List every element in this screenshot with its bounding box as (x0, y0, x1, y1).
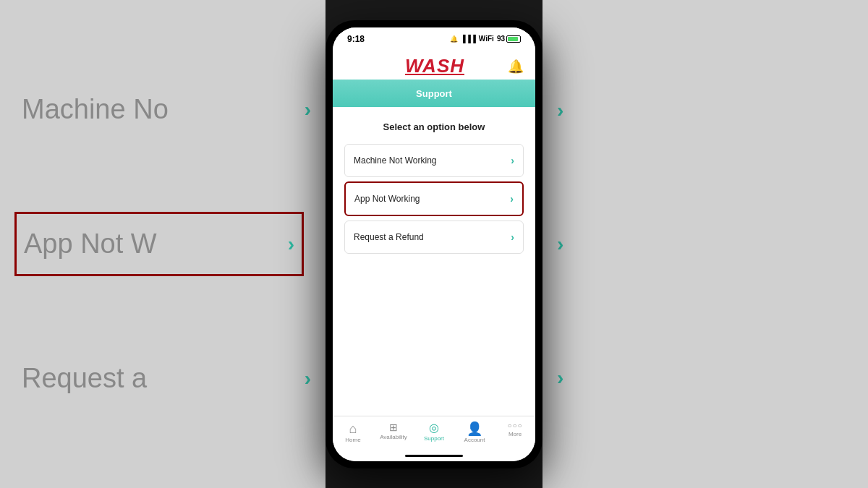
support-banner: Support (333, 80, 535, 107)
battery-icon: 93 (497, 35, 521, 43)
select-prompt: Select an option below (344, 121, 524, 132)
bg-right-chevron-1: › (557, 99, 563, 122)
wash-logo: WASH (405, 55, 464, 77)
support-icon: ◎ (429, 422, 439, 434)
signal-icon: ▐▐▐ (461, 35, 476, 43)
home-bar (405, 455, 463, 457)
home-indicator (333, 452, 535, 461)
nav-label-support: Support (424, 435, 444, 442)
nav-label-home: Home (345, 437, 360, 443)
screen-wrapper: Machine No › App Not W › Request a › › ›… (0, 0, 868, 488)
bg-item-app: App Not W › (14, 212, 304, 276)
bg-right-chevron-3: › (557, 367, 563, 390)
bg-chevron-app: › (288, 233, 294, 256)
status-icons: 🔔 ▐▐▐ WiFi 93 (450, 35, 521, 43)
status-bar: 9:18 🔔 ▐▐▐ WiFi 93 (333, 27, 535, 48)
status-time: 9:18 (347, 34, 365, 44)
bg-chevron-machine: › (305, 98, 311, 121)
main-content: Select an option below Machine Not Worki… (333, 107, 535, 416)
bg-right-item-1: › (557, 85, 846, 137)
nav-item-more[interactable]: ○○○ More (499, 422, 531, 437)
support-label: Support (416, 88, 452, 99)
menu-item-refund[interactable]: Request a Refund › (344, 221, 524, 254)
account-icon: 👤 (467, 422, 482, 435)
bg-right-item-2: › (557, 218, 846, 270)
menu-item-app-label: App Not Working (354, 194, 420, 204)
bg-right-chevron-2: › (557, 233, 563, 256)
wifi-icon: WiFi (479, 35, 494, 43)
app-header: WASH 🔔 (333, 48, 535, 80)
phone-frame: 9:18 🔔 ▐▐▐ WiFi 93 WASH 🔔 (326, 20, 542, 468)
bottom-nav: ⌂ Home ⊞ Availability ◎ Support 👤 Accoun… (333, 416, 535, 452)
nav-item-support[interactable]: ◎ Support (418, 422, 450, 442)
background-right: › › › (542, 0, 868, 488)
washer-icon: ⊞ (389, 422, 398, 432)
bg-text-refund: Request a (22, 363, 147, 394)
bg-item-refund: Request a › (22, 348, 311, 408)
battery-percent: 93 (497, 35, 505, 43)
background-left: Machine No › App Not W › Request a › (0, 0, 326, 488)
phone-screen: 9:18 🔔 ▐▐▐ WiFi 93 WASH 🔔 (333, 27, 535, 461)
menu-item-machine[interactable]: Machine Not Working › (344, 144, 524, 177)
menu-item-refund-label: Request a Refund (354, 232, 424, 242)
bell-status-icon: 🔔 (450, 35, 458, 43)
bg-chevron-refund: › (305, 367, 311, 390)
bg-item-machine: Machine No › (22, 80, 311, 140)
menu-chevron-refund: › (511, 231, 514, 243)
menu-chevron-app: › (510, 193, 514, 205)
battery-fill (508, 37, 518, 41)
bg-right-item-3: › (557, 352, 846, 404)
nav-item-availability[interactable]: ⊞ Availability (378, 422, 409, 440)
home-icon: ⌂ (349, 422, 357, 435)
bg-text-app: App Not W (24, 228, 157, 260)
nav-item-home[interactable]: ⌂ Home (337, 422, 369, 443)
bg-text-machine: Machine No (22, 94, 169, 125)
nav-label-availability: Availability (380, 434, 407, 440)
notification-bell-icon[interactable]: 🔔 (508, 59, 524, 74)
nav-label-account: Account (464, 437, 485, 443)
nav-item-account[interactable]: 👤 Account (459, 422, 490, 443)
menu-chevron-machine: › (511, 155, 514, 166)
nav-label-more: More (509, 431, 522, 437)
menu-item-machine-label: Machine Not Working (354, 155, 437, 166)
menu-item-app[interactable]: App Not Working › (344, 181, 524, 216)
battery-box (506, 35, 521, 43)
more-icon: ○○○ (507, 422, 522, 429)
